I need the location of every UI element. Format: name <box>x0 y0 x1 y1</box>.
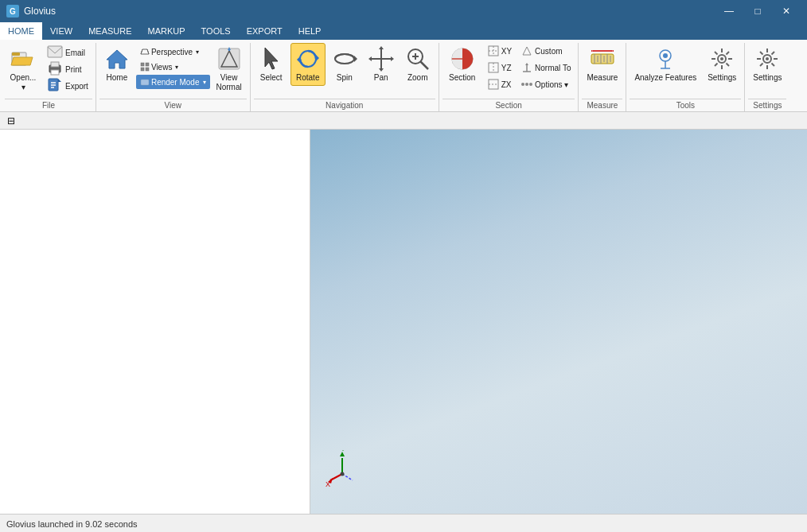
svg-marker-49 <box>523 47 531 55</box>
xy-icon <box>488 45 499 56</box>
minimize-button[interactable]: — <box>715 0 743 22</box>
svg-rect-2 <box>48 46 62 57</box>
svg-text:Y: Y <box>341 450 345 452</box>
home-button[interactable]: Home <box>99 43 134 86</box>
tools-settings-icon <box>709 46 735 72</box>
view-group-content: Home Perspective ▾ Views ▾ Render Mode ▾ <box>99 43 247 99</box>
svg-line-37 <box>420 61 428 69</box>
measure-label: Measure <box>587 73 618 83</box>
main-area: X Y <box>0 130 807 514</box>
open-icon <box>10 46 36 72</box>
menu-measure[interactable]: MEASURE <box>80 22 139 40</box>
close-button[interactable]: ✕ <box>772 0 801 22</box>
analyze-features-button[interactable]: Analyze Features <box>630 43 701 86</box>
maximize-button[interactable]: □ <box>743 0 772 22</box>
svg-rect-19 <box>141 80 149 85</box>
email-button[interactable]: Email <box>43 45 92 60</box>
svg-point-98 <box>341 472 345 476</box>
perspective-icon <box>140 47 150 56</box>
ribbon-group-settings: Settings Settings <box>745 43 789 111</box>
svg-point-55 <box>529 83 532 86</box>
print-button[interactable]: Print <box>43 61 92 77</box>
svg-rect-18 <box>146 68 149 71</box>
analyze-icon <box>653 46 678 72</box>
rotate-button[interactable]: Rotate <box>290 43 326 86</box>
svg-point-72 <box>720 57 723 60</box>
settings-label: Settings <box>753 73 782 83</box>
svg-marker-26 <box>316 55 319 61</box>
svg-point-82 <box>766 57 769 60</box>
view-normal-label: ViewNormal <box>216 73 242 92</box>
settings-button[interactable]: Settings <box>748 43 786 86</box>
render-mode-dropdown[interactable]: Render Mode ▾ <box>136 75 210 89</box>
home-icon <box>104 46 130 72</box>
analyze-features-label: Analyze Features <box>634 73 696 83</box>
spin-label: Spin <box>337 73 353 83</box>
tools-settings-button[interactable]: Settings <box>703 43 741 86</box>
section-options-button[interactable]: Options ▾ <box>517 76 575 92</box>
settings-group-label: Settings <box>748 99 786 111</box>
section-stack2: Custom Normal To Options ▾ <box>517 43 575 92</box>
svg-line-90 <box>760 64 763 67</box>
yz-button[interactable]: YZ <box>484 60 516 76</box>
export-button[interactable]: Export <box>43 78 92 94</box>
section-stack: XY YZ ZX <box>484 43 516 92</box>
measure-button[interactable]: Measure <box>582 43 622 86</box>
app-icon: G <box>6 5 19 17</box>
xy-button[interactable]: XY <box>484 43 516 59</box>
axis-widget: X Y <box>322 450 362 490</box>
perspective-dropdown[interactable]: Perspective ▾ <box>136 45 210 59</box>
file-group-label: File <box>5 99 92 111</box>
export-label: Export <box>65 82 88 91</box>
ribbon-group-tools: Analyze Features <box>626 43 745 111</box>
tools-group-content: Analyze Features <box>630 43 741 99</box>
normal-to-icon <box>521 62 532 73</box>
views-arrow: ▾ <box>175 64 178 71</box>
svg-marker-7 <box>58 79 61 82</box>
svg-rect-16 <box>146 63 149 66</box>
menu-export[interactable]: EXPORT <box>239 22 290 40</box>
titlebar: G Glovius — □ ✕ <box>0 0 807 22</box>
view-normal-button[interactable]: ViewNormal <box>212 43 247 95</box>
settings-group-content: Settings <box>748 43 786 99</box>
menu-tools[interactable]: TOOLS <box>193 22 239 40</box>
open-button[interactable]: Open...▾ <box>5 43 41 95</box>
perspective-label: Perspective <box>151 48 193 56</box>
normal-to-button[interactable]: Normal To <box>517 60 575 76</box>
svg-marker-35 <box>391 56 394 61</box>
measure-group-content: Measure <box>582 43 622 99</box>
tools-group-label: Tools <box>630 99 741 111</box>
menu-home[interactable]: HOME <box>0 22 42 40</box>
viewport[interactable]: X Y <box>310 130 807 514</box>
toolbar-row: ⊟ <box>0 112 807 130</box>
menu-help[interactable]: HELP <box>290 22 329 40</box>
file-group-content: Open...▾ Email Print <box>5 43 92 99</box>
select-label: Select <box>260 73 283 83</box>
svg-marker-32 <box>379 68 384 72</box>
svg-marker-51 <box>525 63 528 65</box>
perspective-arrow: ▾ <box>196 49 199 56</box>
section-icon <box>450 46 475 72</box>
toolbar-collapse-icon[interactable]: ⊟ <box>3 113 19 129</box>
svg-marker-34 <box>368 56 372 61</box>
render-mode-icon <box>140 77 150 87</box>
menu-markup[interactable]: MARKUP <box>140 22 193 40</box>
ribbon-group-file: Open...▾ Email Print <box>2 43 96 111</box>
statusbar: Glovius launched in 9.02 seconds <box>0 514 807 532</box>
ribbon: Open...▾ Email Print <box>0 40 807 112</box>
svg-line-87 <box>760 52 763 55</box>
svg-marker-31 <box>379 46 384 49</box>
options-icon <box>521 79 532 90</box>
svg-line-14 <box>147 49 149 54</box>
spin-button[interactable]: Spin <box>327 43 362 86</box>
views-dropdown[interactable]: Views ▾ <box>136 60 210 74</box>
menu-view[interactable]: VIEW <box>42 22 80 40</box>
select-button[interactable]: Select <box>254 43 289 86</box>
zx-button[interactable]: ZX <box>484 76 516 92</box>
pan-button[interactable]: Pan <box>364 43 399 86</box>
section-button[interactable]: Section <box>442 43 482 86</box>
tools-settings-label: Settings <box>708 73 736 83</box>
custom-section-button[interactable]: Custom <box>517 43 575 59</box>
zoom-button[interactable]: Zoom <box>400 43 435 86</box>
zoom-icon <box>405 46 431 72</box>
